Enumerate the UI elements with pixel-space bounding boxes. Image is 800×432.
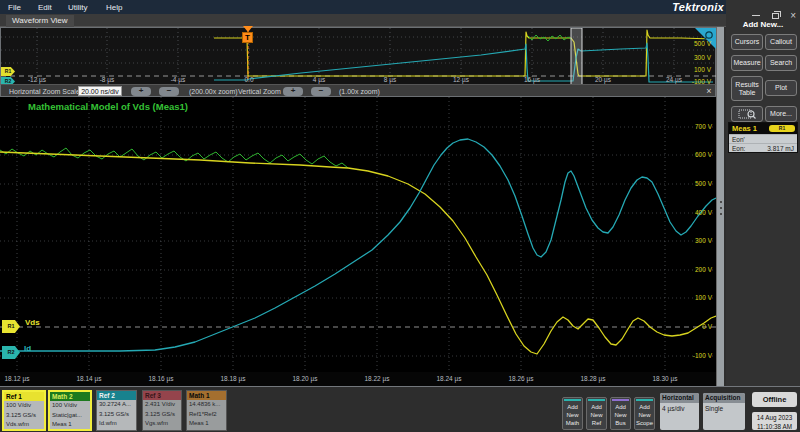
datetime-display[interactable]: 14 Aug 2023 11:10:38 AM (752, 412, 797, 430)
ref3-badge-title: Ref 3 (143, 391, 181, 400)
overview-tick: -4 µs (160, 76, 196, 83)
add-new-math-button[interactable]: Add New Math (562, 397, 583, 430)
overview-tick: -12 µs (19, 76, 55, 83)
vaxis-label: 500 V (642, 180, 712, 187)
zoom-toolbar: Horizontal Zoom Scale 20.00 ns/div + − (… (0, 84, 716, 97)
btn-line: Math (563, 419, 582, 427)
vds-trace (0, 152, 716, 354)
overview-vscale: 100 V (671, 66, 711, 73)
menu-help[interactable]: Help (106, 3, 122, 12)
add-new-bus-button[interactable]: Add New Bus (610, 397, 631, 430)
date-text: 14 Aug 2023 (752, 413, 797, 422)
cursors-button[interactable]: Cursors (731, 34, 763, 50)
tab-waveform-view[interactable]: Waveform View (6, 15, 74, 27)
plot-button[interactable]: Plot (765, 80, 797, 96)
zoom-overview-icon (738, 109, 756, 119)
main-waveform-plot[interactable]: Mathematical Model of Vds (Meas1) 700 V … (0, 97, 716, 372)
time-tick: 18.28 µs (571, 375, 615, 382)
acquisition-overview-plot[interactable]: T R1 R2 -12 µs -8 µs -4 µs 0.0 4 µs 8 µs… (0, 27, 716, 84)
vaxis-label: 0 V (642, 323, 712, 330)
ref1-badge[interactable]: Ref 1 100 V/div 3.125 GS/s Vds.wfm (2, 390, 46, 431)
vzoom-plus-button[interactable]: + (283, 87, 303, 96)
add-new-scope-button[interactable]: Add New Scope (634, 397, 655, 430)
search-button[interactable]: Search (765, 55, 797, 71)
hzoom-minus-button[interactable]: − (159, 87, 179, 96)
vertical-zoom-label: Vertical Zoom (238, 88, 281, 95)
badge-row: Meas 1 (187, 419, 226, 429)
meas1-title: Meas 1 (732, 124, 757, 133)
time-tick: 18.12 µs (0, 375, 39, 382)
add-new-ref-button[interactable]: Add New Ref (586, 397, 607, 430)
zoom-overview-button[interactable] (731, 106, 763, 122)
panel-splitter[interactable] (716, 27, 724, 386)
main-time-axis: 18.12 µs 18.14 µs 18.16 µs 18.18 µs 18.2… (0, 372, 716, 386)
badge-row: Ref1*Ref2 (187, 410, 226, 420)
main-waveforms (0, 97, 716, 372)
callout-button[interactable]: Callout (765, 34, 797, 50)
math-model-title: Mathematical Model of Vds (Meas1) (28, 101, 188, 112)
menu-utility[interactable]: Utility (68, 3, 88, 12)
math2-badge-title: Math 2 (50, 392, 90, 401)
time-tick: 18.20 µs (283, 375, 327, 382)
ref2-badge-title: Ref 2 (97, 391, 136, 400)
time-tick: 18.16 µs (139, 375, 183, 382)
badge-row: Vds.wfm (4, 420, 44, 430)
window-controls: × (745, 6, 796, 16)
vaxis-label: -100 V (642, 352, 712, 359)
horizontal-settings-badge[interactable]: Horizontal 4 µs/div (660, 393, 699, 430)
meas1-results-badge[interactable]: Meas 1 R1 Eon' Eon: 3.817 mJ (728, 122, 798, 153)
badge-row: 100 V/div (4, 401, 44, 411)
horizontal-zoom-scale-input[interactable]: 20.00 ns/div (78, 86, 122, 96)
measure-button[interactable]: Measure (731, 55, 763, 71)
badge-row: 30.2724 A... (97, 400, 136, 410)
btn-line: Bus (611, 419, 630, 427)
badge-row: 14.4836 k... (187, 400, 226, 410)
ref2-badge[interactable]: Ref 2 30.2724 A... 3.125 GS/s Id.wfm (96, 390, 137, 431)
right-control-panel: × Add New... Cursors Callout Measure Sea… (726, 0, 800, 386)
overview-tick: -8 µs (89, 76, 125, 83)
hzoom-factor-label: (200.00x zoom) (189, 88, 238, 95)
math1-badge-title: Math 1 (187, 391, 226, 400)
offline-button[interactable]: Offline (752, 392, 797, 407)
id-trace (0, 139, 716, 351)
acquisition-title: Acquisition (703, 393, 745, 403)
vaxis-label: 100 V (642, 294, 712, 301)
close-zoom-icon[interactable]: × (703, 86, 715, 97)
btn-line: New (635, 411, 654, 419)
channel-badge-bar: Ref 1 100 V/div 3.125 GS/s Vds.wfm Math … (0, 386, 800, 432)
more-button[interactable]: More... (765, 106, 797, 122)
trigger-marker-badge[interactable]: T (242, 32, 253, 43)
restore-window-icon[interactable] (772, 13, 779, 19)
meas1-source-pill: R1 (769, 125, 795, 132)
acquisition-mode-value: Single (703, 403, 745, 412)
ref3-badge[interactable]: Ref 3 2.431 V/div 3.125 GS/s Vgs.wfm (142, 390, 182, 431)
menu-file[interactable]: File (8, 3, 21, 12)
math2-badge[interactable]: Math 2 100 V/div Static|gat... Meas 1 (48, 390, 92, 431)
time-tick: 18.30 µs (643, 375, 687, 382)
badge-row: Static|gat... (50, 411, 90, 421)
meas1-row-label: Eon' (732, 136, 745, 143)
btn-line: New (587, 411, 606, 419)
zoom-window-indicator[interactable] (571, 28, 582, 85)
btn-line: Add (563, 403, 582, 411)
add-new-header: Add New... (726, 20, 800, 29)
btn-line: Add (611, 403, 630, 411)
horizontal-scale-value: 4 µs/div (660, 403, 699, 412)
minimize-icon[interactable] (752, 15, 760, 16)
tab-bar: Waveform View (0, 14, 726, 27)
vaxis-label: 200 V (642, 266, 712, 273)
vzoom-minus-button[interactable]: − (311, 87, 331, 96)
time-tick: 18.26 µs (499, 375, 543, 382)
hzoom-plus-button[interactable]: + (131, 87, 151, 96)
overview-tick: 8 µs (372, 76, 408, 83)
acquisition-settings-badge[interactable]: Acquisition Single (703, 393, 745, 430)
btn-line: Add (587, 403, 606, 411)
menu-edit[interactable]: Edit (38, 3, 52, 12)
time-tick: 18.14 µs (67, 375, 111, 382)
meas1-header: Meas 1 R1 (729, 123, 797, 134)
math1-badge[interactable]: Math 1 14.4836 k... Ref1*Ref2 Meas 1 (186, 390, 227, 431)
ref1-badge-title: Ref 1 (4, 392, 44, 401)
vaxis-label: 300 V (642, 237, 712, 244)
results-table-button[interactable]: Results Table (731, 76, 763, 101)
time-tick: 18.22 µs (355, 375, 399, 382)
